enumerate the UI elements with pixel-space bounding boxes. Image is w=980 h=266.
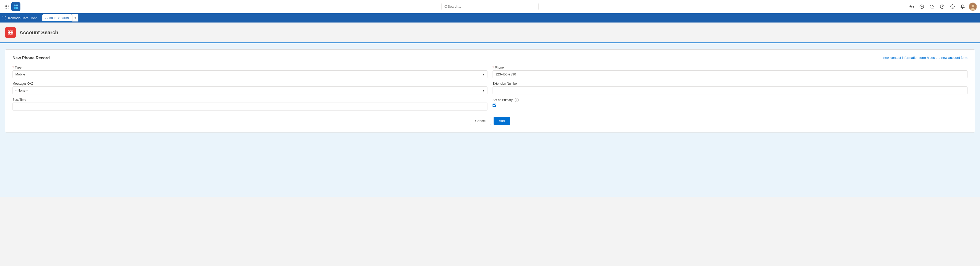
tab-dropdown-button[interactable]: ▾ (72, 14, 78, 21)
type-select-wrapper: Mobile Home Work Other (13, 71, 487, 78)
svg-point-28 (5, 18, 6, 18)
svg-point-25 (5, 16, 6, 17)
svg-point-31 (5, 19, 6, 19)
tab-label: Account Search (45, 16, 69, 20)
messages-select-wrapper: --None-- Yes No (13, 87, 487, 95)
svg-point-3 (5, 6, 6, 7)
svg-rect-9 (14, 4, 16, 6)
svg-point-0 (5, 5, 6, 5)
tab-bar: Komodo Care Conn... Account Search ▾ (0, 13, 980, 22)
form-panel-header: New Phone Record new contact information… (13, 56, 967, 60)
type-select[interactable]: Mobile Home Work Other (13, 71, 487, 78)
tab-grid-button[interactable] (2, 16, 6, 20)
app-launcher-button[interactable] (3, 3, 10, 10)
page-title: Account Search (19, 30, 58, 35)
set-primary-checkbox-row (493, 104, 967, 107)
svg-point-1 (6, 5, 7, 5)
app-frame: ★▾ (0, 0, 980, 266)
svg-point-27 (4, 18, 4, 18)
app-name-label: Komodo Care Conn... (8, 16, 40, 20)
extension-input[interactable] (493, 87, 967, 95)
page-header: Account Search (0, 22, 980, 43)
form-title: New Phone Record (13, 56, 50, 60)
cloud-button[interactable] (928, 3, 936, 11)
set-primary-field: Set as Primary i (493, 98, 967, 111)
svg-point-29 (3, 19, 3, 19)
best-time-field: Best Time (13, 98, 487, 111)
type-required-star: * (13, 66, 14, 69)
svg-point-8 (8, 8, 8, 8)
set-primary-checkbox[interactable] (493, 104, 496, 107)
svg-point-23 (3, 16, 3, 17)
favorites-button[interactable]: ★▾ (907, 3, 916, 11)
page-header-icon (5, 27, 16, 38)
svg-rect-11 (14, 6, 16, 8)
search-icon (444, 5, 448, 8)
form-row-2: Messages OK? --None-- Yes No Extension N… (13, 82, 967, 95)
chevron-down-icon: ▾ (75, 16, 76, 20)
messages-select[interactable]: --None-- Yes No (13, 87, 487, 95)
messages-field: Messages OK? --None-- Yes No (13, 82, 487, 95)
search-input[interactable] (448, 5, 536, 8)
bell-icon (960, 4, 965, 9)
svg-point-30 (4, 19, 4, 19)
settings-icon (950, 4, 955, 9)
global-search-container (441, 3, 539, 10)
user-avatar[interactable] (969, 3, 977, 11)
avatar-image (969, 3, 977, 10)
phone-field: * Phone (493, 66, 967, 78)
set-primary-label: Set as Primary i (493, 98, 967, 102)
star-icon: ★▾ (909, 4, 915, 9)
svg-point-7 (6, 8, 7, 8)
cancel-button[interactable]: Cancel (470, 117, 491, 125)
form-notice: new contact information form hides the n… (883, 56, 968, 59)
svg-point-24 (4, 16, 4, 17)
phone-required-star: * (493, 66, 494, 69)
info-icon[interactable]: i (515, 98, 519, 102)
form-panel: New Phone Record new contact information… (5, 50, 975, 133)
type-label: * Type (13, 66, 487, 69)
globe-icon (7, 29, 14, 35)
main-content: New Phone Record new contact information… (0, 43, 980, 197)
phone-input[interactable] (493, 71, 967, 78)
type-field: * Type Mobile Home Work Other (13, 66, 487, 78)
svg-point-4 (6, 6, 7, 7)
svg-point-13 (445, 5, 447, 7)
best-time-label: Best Time (13, 98, 487, 101)
svg-point-26 (3, 18, 3, 18)
help-icon (940, 4, 945, 9)
svg-rect-10 (16, 4, 18, 6)
svg-point-19 (952, 6, 953, 7)
svg-point-5 (8, 6, 8, 7)
nav-right-icons: ★▾ (907, 3, 977, 11)
add-button[interactable] (918, 3, 926, 11)
app-logo (11, 2, 21, 11)
settings-button[interactable] (948, 3, 956, 11)
form-actions: Cancel Add (13, 117, 967, 125)
best-time-input[interactable] (13, 103, 487, 111)
account-search-tab[interactable]: Account Search (42, 14, 72, 21)
help-button[interactable] (938, 3, 946, 11)
messages-label: Messages OK? (13, 82, 487, 85)
svg-point-6 (5, 8, 6, 8)
form-row-3: Best Time Set as Primary i (13, 98, 967, 111)
top-nav: ★▾ (0, 0, 980, 13)
svg-rect-12 (16, 6, 18, 8)
phone-label: * Phone (493, 66, 967, 69)
global-search-box (441, 3, 539, 10)
plus-circle-icon (920, 4, 924, 9)
cloud-icon (930, 4, 934, 9)
svg-point-2 (8, 5, 8, 5)
add-button[interactable]: Add (493, 117, 510, 125)
extension-field: Extension Number (493, 82, 967, 95)
notifications-button[interactable] (959, 3, 967, 11)
svg-point-21 (972, 5, 974, 7)
form-row-1: * Type Mobile Home Work Other * (13, 66, 967, 78)
extension-label: Extension Number (493, 82, 967, 85)
